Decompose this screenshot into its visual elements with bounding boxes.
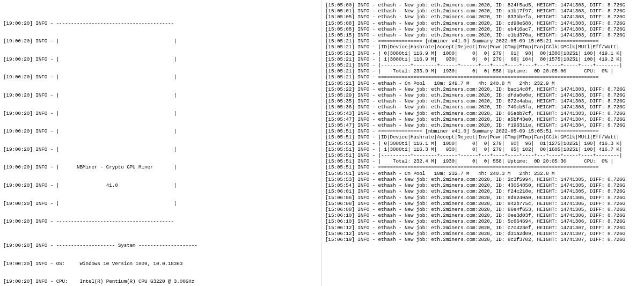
log-line: [15:05:51] INFO - | Total: 232.4 M| 1930…	[325, 158, 641, 164]
right-terminal: [15:05:00] INFO - ethash - New job: eth.…	[322, 0, 644, 286]
log-line: [15:05:53] INFO - ethash - New job: eth.…	[325, 177, 641, 182]
sys-cpu: [19:00:20] INFO - CPU: Intel(R) Pentium(…	[3, 278, 318, 284]
log-line: [15:05:51] INFO - |ID|Device|Hashrate|Ac…	[325, 134, 641, 140]
log-line: [15:05:51] INFO - ethash - On Pool 10m: …	[325, 171, 641, 177]
log-line: [19:00:20] INFO - | |	[3, 56, 318, 62]
log-line: [15:05:21] INFO - | 1|3080ti| 116.9 M| 9…	[325, 56, 641, 62]
log-line: [19:00:20] INFO - ----------------------…	[3, 218, 318, 224]
log-line: [19:00:20] INFO - | |	[3, 38, 318, 44]
log-line: [19:00:20] INFO - | |	[3, 92, 318, 98]
log-line: [19:00:20] INFO - | 41.0 |	[3, 182, 318, 188]
log-line: [19:00:20] INFO - | |	[3, 111, 318, 116]
log-line: [15:05:51] INFO - | 1|3080ti| 116.3 M| 9…	[325, 146, 641, 152]
log-line: [15:06:12] INFO - ethash - New job: eth.…	[325, 225, 641, 231]
log-line: [19:00:20] INFO - ----------------------…	[3, 20, 318, 26]
log-line: [15:05:36] INFO - ethash - New job: eth.…	[325, 104, 641, 110]
log-line: [15:05:21] INFO - | Total: 233.9 M| 1930…	[325, 68, 641, 74]
log-line: [15:05:21] INFO - |----------+--------+-…	[325, 62, 641, 68]
log-line: [19:00:20] INFO - | |	[3, 128, 318, 134]
log-line: [15:05:51] INFO - ======================…	[325, 164, 641, 170]
log-line: [19:00:20] INFO - | |	[3, 201, 318, 207]
log-line: [15:05:29] INFO - ethash - New job: eth.…	[325, 92, 641, 98]
log-line: [15:05:51] INFO - =============== [nbmin…	[325, 128, 641, 134]
log-line: [15:05:21] INFO - ======================…	[325, 74, 641, 80]
log-line: [15:05:08] INFO - ethash - New job: eth.…	[325, 20, 641, 26]
log-line: [15:06:06] INFO - ethash - New job: eth.…	[325, 195, 641, 201]
log-line: [15:05:54] INFO - ethash - New job: eth.…	[325, 182, 641, 188]
log-line: [15:05:21] INFO - |ID|Device|Hashrate|Ac…	[325, 44, 641, 50]
log-line: [15:05:47] INFO - ethash - New job: eth.…	[325, 116, 641, 122]
log-line: [15:05:22] INFO - ethash - New job: eth.…	[325, 86, 641, 92]
log-line: [15:05:21] INFO - ethash - On Pool 10m: …	[325, 80, 641, 86]
sys-os: [19:00:20] INFO - OS: Windows 10 Version…	[3, 261, 318, 267]
log-line: [15:06:19] INFO - ethash - New job: eth.…	[325, 237, 641, 243]
log-line: [19:00:20] INFO - | |	[3, 74, 318, 80]
log-line: [15:05:05] INFO - ethash - New job: eth.…	[325, 14, 641, 20]
log-line: [15:06:01] INFO - ethash - New job: eth.…	[325, 188, 641, 194]
log-line: [15:06:10] INFO - ethash - New job: eth.…	[325, 218, 641, 224]
log-line: [15:05:51] INFO - | 0|3080ti| 116.1 M| 1…	[325, 141, 641, 146]
log-line: [15:05:35] INFO - ethash - New job: eth.…	[325, 98, 641, 104]
log-line: [15:05:21] INFO - | 0|3080ti| 116.9 M| 1…	[325, 50, 641, 56]
log-line: [15:06:10] INFO - ethash - New job: eth.…	[325, 212, 641, 218]
log-line: [15:05:01] INFO - ethash - New job: eth.…	[325, 8, 641, 14]
log-line: [15:05:51] INFO - |----------+--------+-…	[325, 152, 641, 158]
log-line: [19:00:20] INFO - | |	[3, 146, 318, 152]
log-line: [15:05:08] INFO - ethash - New job: eth.…	[325, 26, 641, 32]
log-line: [19:00:20] INFO - | NBMiner - Crypto GPU…	[3, 164, 318, 170]
log-line: [15:06:08] INFO - ethash - New job: eth.…	[325, 207, 641, 212]
left-terminal: [19:00:20] INFO - ----------------------…	[0, 0, 322, 286]
log-line: [15:06:08] INFO - ethash - New job: eth.…	[325, 201, 641, 207]
log-line: [15:05:00] INFO - ethash - New job: eth.…	[325, 2, 641, 8]
log-line: [15:06:12] INFO - ethash - New job: eth.…	[325, 231, 641, 237]
log-line: [15:05:15] INFO - ethash - New job: eth.…	[325, 32, 641, 38]
system-header: [19:00:20] INFO - -------------------- S…	[3, 243, 318, 248]
log-line: [15:05:47] INFO - ethash - New job: eth.…	[325, 122, 641, 128]
log-line: [15:05:21] INFO - =============== [nbmin…	[325, 38, 641, 44]
log-line: [15:05:43] INFO - ethash - New job: eth.…	[325, 111, 641, 116]
